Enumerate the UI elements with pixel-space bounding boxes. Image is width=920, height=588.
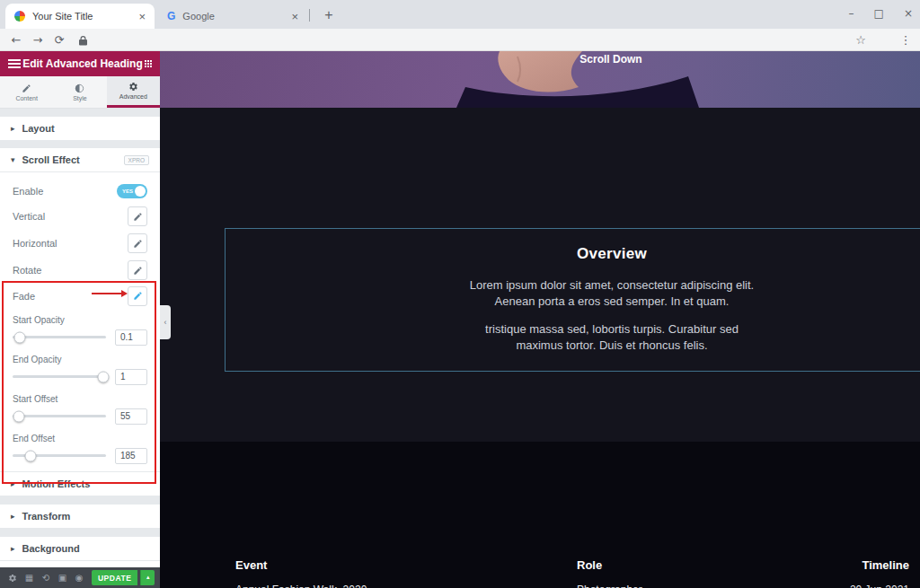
start-offset-slider[interactable] [13, 415, 106, 417]
horizontal-label: Horizontal [13, 238, 58, 249]
tab-style[interactable]: Style [53, 76, 106, 108]
overview-paragraph-1: Lorem ipsum dolor sit amet, consectetur … [226, 277, 920, 309]
end-opacity-input[interactable] [115, 369, 147, 385]
end-opacity-slider[interactable] [13, 375, 106, 378]
settings-gear-icon[interactable] [5, 573, 20, 583]
toggle-knob [135, 186, 146, 197]
preview-eye-icon[interactable]: ◉ [72, 573, 86, 583]
caret-right-icon: ▸ [11, 124, 15, 133]
site-favicon [14, 11, 25, 22]
slider-handle-2[interactable] [13, 410, 25, 422]
caret-right-icon: ▸ [11, 544, 15, 553]
start-offset-input[interactable] [115, 408, 147, 425]
vertical-label: Vertical [13, 211, 45, 222]
tab-close-icon[interactable]: × [291, 10, 298, 23]
browser-tab-google[interactable]: G Google × [158, 4, 307, 29]
end-offset-slider[interactable] [13, 454, 106, 457]
panel-title: Edit Advanced Heading [22, 57, 143, 70]
new-tab-button[interactable]: + [318, 4, 340, 26]
fade-edit-button[interactable] [128, 286, 147, 306]
panel-tabs: Content Style Advanced [0, 76, 160, 109]
window-maximize-button[interactable]: □ [874, 7, 884, 20]
caret-right-icon: ▸ [11, 479, 15, 488]
tab-advanced[interactable]: Advanced [107, 76, 160, 108]
section-scroll-effect[interactable]: ▾ Scroll Effect XPRO [0, 147, 160, 172]
pencil-icon [133, 239, 143, 249]
section-motion-effects[interactable]: ▸ Motion Effects [0, 471, 160, 496]
tab-label: Advanced [119, 93, 147, 100]
details-section: Event Annual Fashion Walk, 2020 Role Pho… [160, 442, 920, 588]
end-offset-label: End Offset [13, 434, 147, 445]
tab-separator [309, 9, 310, 22]
tab-title: Your Site Title [32, 11, 131, 22]
start-opacity-input[interactable] [115, 329, 147, 346]
browser-tab-site[interactable]: Your Site Title × [5, 4, 155, 29]
gear-icon [128, 82, 138, 92]
timeline-heading: Timeline [850, 558, 909, 572]
tab-content[interactable]: Content [0, 76, 53, 108]
tab-label: Content [15, 95, 38, 101]
overview-title: Overview [226, 245, 920, 263]
timeline-column: Timeline 20 Jun 2021 [850, 558, 909, 588]
window-minimize-button[interactable]: – [849, 7, 854, 20]
scroll-effect-controls: Enable YES Vertical Horizontal [0, 172, 160, 496]
section-background[interactable]: ▸ Background [0, 536, 160, 561]
elementor-panel: Edit Advanced Heading Content Style Adva… [0, 51, 160, 588]
start-opacity-slider[interactable] [13, 336, 106, 338]
google-logo-icon: G [167, 10, 175, 22]
browser-window: Your Site Title × G Google × + – □ × ← →… [0, 0, 920, 588]
bookmark-star-icon[interactable]: ☆ [852, 29, 870, 51]
scroll-down-heading[interactable]: Scroll Down [521, 53, 701, 66]
overview-paragraph-2: tristique massa sed, lobortis turpis. Cu… [226, 321, 920, 353]
back-icon[interactable]: ← [7, 29, 25, 51]
browser-tabstrip: Your Site Title × G Google × + – □ × [0, 0, 920, 29]
browser-menu-icon[interactable]: ⋮ [897, 29, 915, 51]
history-icon[interactable]: ⟲ [39, 573, 53, 583]
section-layout[interactable]: ▸ Layout [0, 116, 160, 141]
half-circle-icon [75, 83, 84, 93]
vertical-edit-button[interactable] [128, 206, 147, 226]
rotate-edit-button[interactable] [128, 260, 147, 280]
browser-toolbar: ← → ⟳ ☆ ⋮ [0, 29, 920, 51]
start-offset-label: Start Offset [13, 394, 147, 406]
annotation-red-arrow [92, 293, 122, 294]
update-options-caret[interactable]: ▴ [140, 570, 155, 585]
site-preview: Scroll Down Overview Lorem ipsum dolor s… [160, 51, 920, 588]
horizontal-edit-button[interactable] [128, 233, 147, 253]
update-button[interactable]: UPDATE [92, 570, 137, 585]
tab-close-icon[interactable]: × [138, 10, 146, 23]
enable-toggle[interactable]: YES [117, 184, 147, 198]
rotate-label: Rotate [13, 265, 41, 276]
pencil-icon [133, 291, 143, 301]
lock-icon [74, 35, 92, 48]
widgets-grid-icon[interactable] [145, 60, 146, 62]
panel-collapse-handle[interactable]: ‹ [160, 305, 171, 339]
slider-handle-0[interactable] [14, 331, 26, 343]
tab-label: Style [73, 95, 87, 101]
enable-label: Enable [13, 186, 43, 197]
overview-section: Overview Lorem ipsum dolor sit amet, con… [160, 108, 920, 442]
end-offset-input[interactable] [115, 448, 147, 464]
section-transform[interactable]: ▸ Transform [0, 504, 160, 529]
timeline-value: 20 Jun 2021 [850, 584, 909, 588]
hamburger-menu-icon[interactable] [8, 59, 21, 61]
event-heading: Event [235, 558, 367, 572]
responsive-mode-icon[interactable]: ▣ [56, 573, 70, 583]
pencil-icon [133, 212, 143, 222]
fade-label: Fade [13, 291, 35, 302]
window-close-button[interactable]: × [904, 7, 913, 20]
role-column: Role Photographer [577, 558, 642, 588]
forward-icon[interactable]: → [29, 29, 47, 51]
hero-section: Scroll Down [160, 51, 920, 108]
navigator-icon[interactable]: ▦ [22, 573, 37, 583]
slider-handle-3[interactable] [24, 450, 36, 461]
caret-right-icon: ▸ [11, 512, 15, 521]
caret-down-icon: ▾ [11, 155, 15, 164]
slider-handle-1[interactable] [97, 371, 109, 382]
advanced-heading-widget[interactable]: Overview Lorem ipsum dolor sit amet, con… [225, 228, 920, 372]
role-value: Photographer [577, 584, 642, 588]
xpro-badge: XPRO [124, 155, 149, 165]
panel-header: Edit Advanced Heading [0, 51, 160, 76]
refresh-icon[interactable]: ⟳ [50, 29, 68, 51]
fade-options-popover: Start Opacity End Opacity Start Offset [0, 315, 160, 466]
